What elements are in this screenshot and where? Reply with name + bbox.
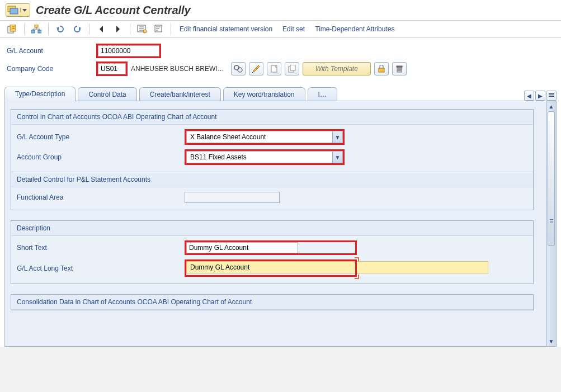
svg-rect-5 xyxy=(35,25,38,27)
highlight-box xyxy=(96,62,128,76)
edit-button[interactable] xyxy=(249,62,263,75)
long-text-label: G/L Acct Long Text xyxy=(17,265,185,272)
svg-point-16 xyxy=(238,68,242,72)
chevron-down-icon[interactable]: ▼ xyxy=(332,152,342,163)
redo-button[interactable] xyxy=(70,23,84,35)
highlight-box: ▼ xyxy=(185,129,345,145)
group-consolidation: Consolidation Data in Chart of Accounts … xyxy=(11,294,534,310)
svg-rect-1 xyxy=(10,8,18,14)
gl-type-dropdown[interactable]: ▼ xyxy=(186,131,343,143)
lock-button[interactable] xyxy=(374,62,389,75)
acct-group-label: Account Group xyxy=(17,153,185,161)
time-dependent-menu[interactable]: Time-Dependent Attributes xyxy=(312,25,398,33)
delete-button[interactable] xyxy=(392,62,407,75)
app-toolbar: Edit financial statement version Edit se… xyxy=(0,21,561,38)
svg-rect-4 xyxy=(10,25,16,31)
highlight-box xyxy=(185,240,357,255)
func-area-label: Functional Area xyxy=(17,193,185,201)
sub-group-title: Detailed Control for P&L Statement Accou… xyxy=(11,172,533,187)
copy-button[interactable] xyxy=(285,62,299,75)
gl-account-input[interactable] xyxy=(98,45,159,56)
scroll-track[interactable] xyxy=(548,111,555,336)
page-title: Create G/L Account Centrally xyxy=(36,4,191,17)
tab-more[interactable]: I… xyxy=(308,87,337,101)
company-code-input[interactable] xyxy=(98,63,126,74)
group-title: Control in Chart of Accounts OCOA ABI Op… xyxy=(11,110,533,125)
group-control-chart: Control in Chart of Accounts OCOA ABI Op… xyxy=(11,109,534,210)
svg-rect-6 xyxy=(31,30,35,33)
svg-marker-2 xyxy=(22,9,27,12)
scroll-grip-icon xyxy=(548,219,555,228)
title-bar: Create G/L Account Centrally xyxy=(0,0,561,21)
svg-rect-23 xyxy=(397,66,402,67)
document-button[interactable] xyxy=(267,62,281,75)
acct-group-dropdown[interactable]: ▼ xyxy=(186,151,343,163)
gl-type-label: G/L Account Type xyxy=(17,133,185,141)
group-description: Description Short Text G/L Acct Long Tex… xyxy=(11,220,534,284)
tabstrip-container: Type/Description Control Data Create/ban… xyxy=(0,83,561,347)
func-area-input[interactable] xyxy=(185,192,280,203)
hierarchy-button[interactable] xyxy=(30,23,43,35)
scroll-up-button[interactable]: ▲ xyxy=(546,101,556,111)
tab-control-data[interactable]: Control Data xyxy=(78,87,136,101)
tab-keyword[interactable]: Key word/translation xyxy=(223,87,305,101)
svg-rect-18 xyxy=(271,65,277,72)
gl-account-label: G/L Account xyxy=(7,47,96,55)
svg-rect-21 xyxy=(379,68,384,72)
other-object-button[interactable] xyxy=(6,23,19,35)
svg-rect-7 xyxy=(38,30,41,33)
short-text-label: Short Text xyxy=(17,244,185,252)
svg-rect-24 xyxy=(549,93,554,95)
tab-list-button[interactable] xyxy=(546,91,557,101)
vertical-scrollbar[interactable]: ▲ ▼ xyxy=(546,101,556,346)
svg-rect-25 xyxy=(549,96,554,97)
company-code-desc: ANHEUSER BUSCH BREWI… xyxy=(128,65,228,73)
acct-group-value[interactable] xyxy=(187,152,332,162)
change-layout-button[interactable] xyxy=(135,23,149,35)
svg-marker-17 xyxy=(253,65,260,72)
highlight-box xyxy=(185,259,357,277)
edit-financial-menu[interactable]: Edit financial statement version xyxy=(176,25,276,33)
menu-button[interactable] xyxy=(6,3,30,17)
highlight-box: ▼ xyxy=(185,149,345,165)
tab-create-bank[interactable]: Create/bank/interest xyxy=(139,87,221,101)
scroll-down-button[interactable]: ▼ xyxy=(546,336,556,346)
tab-type-description[interactable]: Type/Description xyxy=(4,87,76,101)
svg-point-13 xyxy=(143,30,147,33)
display-button[interactable] xyxy=(231,62,246,75)
chevron-down-icon xyxy=(20,8,29,12)
chevron-down-icon[interactable]: ▼ xyxy=(332,131,342,143)
tab-panel: Control in Chart of Accounts OCOA ABI Op… xyxy=(4,101,557,347)
with-template-button[interactable]: With Template xyxy=(303,62,371,75)
svg-marker-10 xyxy=(100,26,103,32)
company-code-label: Company Code xyxy=(7,65,96,73)
separator xyxy=(24,23,25,35)
group-title: Consolidation Data in Chart of Accounts … xyxy=(11,295,533,310)
prev-button[interactable] xyxy=(95,23,108,35)
group-title: Description xyxy=(11,221,533,236)
edit-set-menu[interactable]: Edit set xyxy=(279,25,308,33)
tabstrip: Type/Description Control Data Create/ban… xyxy=(4,86,557,101)
short-text-input[interactable] xyxy=(186,242,298,253)
tab-scroll-controls: ◀ ▶ xyxy=(524,91,557,101)
highlight-box xyxy=(96,44,161,58)
svg-marker-11 xyxy=(116,26,120,32)
undo-button[interactable] xyxy=(54,23,67,35)
separator xyxy=(130,23,130,35)
separator xyxy=(48,23,49,35)
separator xyxy=(89,23,89,35)
next-button[interactable] xyxy=(111,23,125,35)
separator xyxy=(171,23,171,35)
menu-icon xyxy=(7,6,18,15)
gl-type-value[interactable] xyxy=(187,132,332,142)
header-fields: G/L Account Company Code ANHEUSER BUSCH … xyxy=(0,38,561,83)
svg-rect-20 xyxy=(290,65,295,70)
sort-button[interactable] xyxy=(152,23,166,35)
tab-scroll-left[interactable]: ◀ xyxy=(524,91,534,101)
tab-scroll-right[interactable]: ▶ xyxy=(535,91,545,101)
